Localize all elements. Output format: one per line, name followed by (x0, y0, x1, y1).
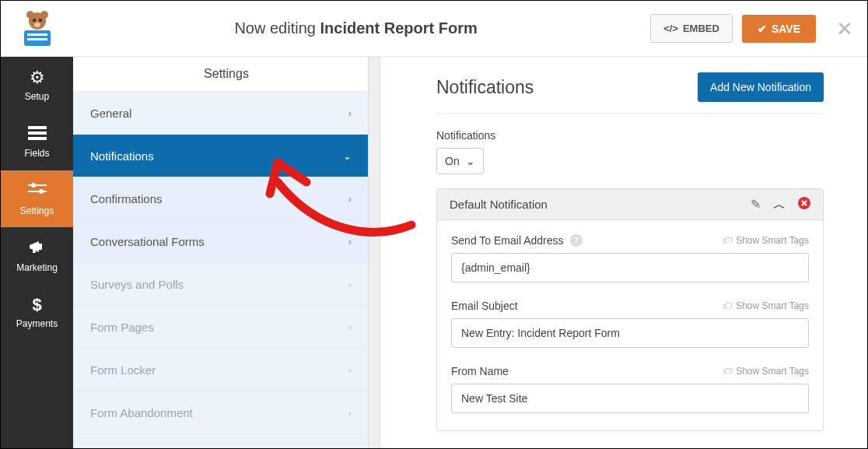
header: Now editing Incident Report Form </> EMB… (1, 1, 867, 57)
subnav-item-surveys-and-polls[interactable]: Surveys and Polls› (73, 263, 369, 306)
form-row: Send To Email Address?🏷Show Smart Tags (451, 234, 809, 282)
tag-icon: 🏷 (723, 366, 732, 377)
text-input[interactable] (451, 318, 809, 348)
field-label: Send To Email Address? (451, 234, 583, 247)
section-title: Settings (73, 57, 380, 92)
tag-icon: 🏷 (723, 300, 732, 311)
subnav-item-conversational-forms[interactable]: Conversational Forms› (73, 220, 369, 263)
chevron-down-icon: ⌄ (343, 150, 352, 162)
subnav-item-label: General (90, 107, 131, 120)
chevron-right-icon: › (348, 407, 352, 419)
sidebar-item-fields[interactable]: Fields (1, 114, 73, 170)
subnav-item-label: Conversational Forms (90, 235, 205, 248)
card-title: Default Notification (450, 198, 548, 211)
text-input[interactable] (451, 253, 809, 282)
collapse-icon[interactable]: ︿ (773, 198, 786, 211)
help-icon[interactable]: ? (570, 234, 583, 247)
chevron-down-icon: ⌄ (466, 155, 475, 167)
notifications-toggle[interactable]: On ⌄ (436, 148, 484, 174)
svg-point-2 (40, 11, 48, 19)
chevron-right-icon: › (348, 364, 352, 376)
bullhorn-icon (28, 239, 47, 258)
subnav-item-form-abandonment[interactable]: Form Abandonment› (73, 391, 369, 434)
dollar-icon: $ (32, 296, 41, 314)
chevron-right-icon: › (348, 279, 352, 290)
field-label: Email Subject (451, 300, 518, 312)
form-name: Incident Report Form (320, 19, 478, 37)
field-label: From Name (451, 365, 509, 377)
list-icon (28, 126, 47, 143)
save-button[interactable]: ✔ SAVE (742, 15, 816, 43)
chevron-right-icon: › (348, 193, 352, 205)
gear-icon: ⚙ (30, 69, 45, 86)
subnav-item-confirmations[interactable]: Confirmations› (73, 177, 369, 220)
subnav-item-form-pages[interactable]: Form Pages› (73, 306, 369, 349)
editing-prefix: Now editing (234, 19, 316, 37)
tag-icon: 🏷 (723, 235, 732, 246)
form-row: Email Subject🏷Show Smart Tags (451, 300, 809, 348)
svg-rect-16 (39, 244, 42, 250)
subnav-item-label: Form Pages (90, 321, 154, 334)
sidebar-item-settings[interactable]: Settings (1, 170, 73, 227)
sidebar-item-payments[interactable]: $ Payments (1, 284, 73, 341)
sliders-icon (28, 182, 47, 201)
subnav-item-label: Notifications (90, 149, 154, 163)
subnav-item-label: Form Locker (90, 363, 156, 377)
svg-point-4 (39, 19, 42, 22)
chevron-right-icon: › (348, 236, 352, 247)
code-icon: </> (663, 23, 678, 34)
show-smart-tags[interactable]: 🏷Show Smart Tags (723, 235, 809, 246)
check-icon: ✔ (758, 23, 767, 35)
settings-subnav: Settings General›Notifications⌄Confirmat… (73, 57, 380, 448)
svg-rect-10 (28, 132, 47, 135)
app-logo (15, 10, 61, 47)
sidebar-item-marketing[interactable]: Marketing (1, 227, 73, 284)
form-row: From Name🏷Show Smart Tags (451, 365, 809, 413)
delete-icon[interactable] (798, 197, 810, 212)
svg-rect-11 (28, 137, 47, 140)
show-smart-tags[interactable]: 🏷Show Smart Tags (723, 300, 809, 311)
subnav-item-label: Surveys and Polls (90, 278, 184, 291)
embed-button[interactable]: </> EMBED (650, 14, 733, 43)
main-sidebar: ⚙ Setup Fields Settings Marketing (1, 57, 73, 448)
svg-point-5 (34, 23, 40, 27)
svg-rect-8 (27, 38, 47, 40)
add-notification-button[interactable]: Add New Notification (698, 72, 824, 102)
toggle-label: Notifications (436, 129, 824, 142)
chevron-right-icon: › (348, 107, 352, 119)
close-icon[interactable]: ✕ (836, 19, 853, 39)
svg-point-3 (33, 19, 36, 22)
subnav-item-general[interactable]: General› (73, 92, 369, 135)
panel-heading: Notifications (436, 77, 534, 98)
chevron-right-icon: › (348, 321, 352, 333)
text-input[interactable] (451, 384, 809, 413)
notification-card: Default Notification ✎ ︿ Send To Email A… (436, 188, 824, 431)
edit-icon[interactable]: ✎ (751, 198, 761, 211)
svg-rect-9 (28, 126, 47, 129)
page-title: Now editing Incident Report Form (61, 19, 650, 37)
subnav-item-label: Confirmations (90, 192, 163, 205)
subnav-item-label: Form Abandonment (90, 406, 193, 419)
show-smart-tags[interactable]: 🏷Show Smart Tags (723, 366, 809, 377)
subnav-item-form-locker[interactable]: Form Locker› (73, 349, 369, 391)
svg-point-15 (39, 189, 44, 194)
sidebar-item-setup[interactable]: ⚙ Setup (1, 57, 73, 114)
main-panel: Settings Notifications Add New Notificat… (380, 57, 867, 448)
svg-rect-7 (27, 33, 47, 36)
svg-point-13 (31, 183, 36, 188)
subnav-item-notifications[interactable]: Notifications⌄ (73, 135, 369, 177)
svg-point-1 (26, 11, 34, 19)
